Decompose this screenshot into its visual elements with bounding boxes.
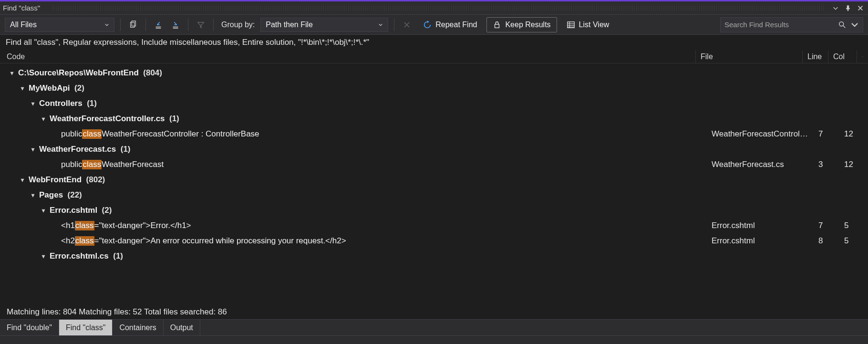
col-cell: 5 — [839, 221, 868, 230]
line-cell: 3 — [814, 160, 839, 169]
match-row[interactable]: <h1 class="text-danger">Error.</h1>Error… — [0, 218, 868, 233]
svg-rect-1 — [132, 21, 135, 26]
column-headers: Code File Line Col — [0, 50, 868, 63]
expand-arrow-icon[interactable] — [19, 85, 26, 92]
results-list[interactable]: C:\Source\Repos\WebFrontEnd (804)MyWebAp… — [0, 63, 868, 306]
status-line: Matching lines: 804 Matching files: 52 T… — [0, 306, 868, 319]
group-label: Controllers — [39, 99, 83, 108]
repeat-find-label: Repeat Find — [435, 21, 477, 29]
svg-rect-2 — [495, 24, 499, 28]
group-row[interactable]: WeatherForecast.cs (1) — [0, 142, 868, 157]
group-count: (1) — [169, 114, 179, 124]
expand-arrow-icon[interactable] — [9, 70, 15, 76]
expand-arrow-icon[interactable] — [30, 192, 36, 198]
tab-find-class[interactable]: Find "class" — [59, 320, 113, 335]
code-post: ="text-danger">An error occurred while p… — [94, 236, 346, 246]
window-menu-icon[interactable] — [831, 3, 840, 13]
prev-result-icon[interactable] — [152, 18, 165, 31]
repeat-find-button[interactable]: Repeat Find — [417, 17, 483, 32]
match-highlight: class — [75, 236, 94, 246]
group-label: Error.cshtml.cs — [50, 251, 109, 261]
svg-point-4 — [839, 21, 844, 26]
tab-containers[interactable]: Containers — [113, 320, 163, 335]
group-by-dropdown[interactable]: Path then File — [260, 18, 388, 32]
column-file[interactable]: File — [695, 50, 802, 63]
group-label: C:\Source\Repos\WebFrontEnd — [18, 68, 139, 78]
group-row[interactable]: Pages (22) — [0, 188, 868, 203]
lock-icon — [493, 21, 501, 29]
group-row[interactable]: MyWebApi (2) — [0, 81, 868, 96]
group-label: Pages — [39, 190, 63, 200]
group-row[interactable]: WeatherForecastController.cs (1) — [0, 111, 868, 126]
group-count: (2) — [74, 83, 84, 93]
match-row[interactable]: public class WeatherForecastWeatherForec… — [0, 157, 868, 172]
scope-dropdown[interactable]: All Files — [5, 18, 114, 32]
titlebar: Find "class" — [0, 1, 868, 15]
chevron-down-icon[interactable] — [850, 21, 859, 29]
list-icon — [567, 21, 575, 29]
footer-gap — [0, 335, 868, 344]
group-row[interactable]: Error.cshtml.cs (1) — [0, 249, 868, 264]
bottom-tabs: Find "double"Find "class"ContainersOutpu… — [0, 319, 868, 335]
expand-arrow-icon[interactable] — [40, 253, 47, 260]
pin-icon[interactable] — [843, 3, 853, 13]
titlebar-title: Find "class" — [3, 4, 44, 12]
expand-arrow-icon[interactable] — [19, 177, 26, 183]
search-summary: Find all "class", Regular expressions, I… — [0, 35, 868, 50]
file-cell: WeatherForecast.cs — [707, 160, 814, 169]
expand-arrow-icon[interactable] — [30, 100, 36, 107]
search-icon[interactable] — [838, 21, 847, 29]
col-cell: 12 — [839, 129, 868, 139]
next-result-icon[interactable] — [169, 18, 182, 31]
match-highlight: class — [82, 160, 102, 169]
clear-filter-icon[interactable] — [194, 18, 207, 31]
code-pre: public — [61, 160, 82, 169]
group-row[interactable]: C:\Source\Repos\WebFrontEnd (804) — [0, 65, 868, 81]
expand-arrow-icon[interactable] — [40, 115, 47, 122]
scope-label: All Files — [10, 21, 37, 29]
keep-results-label: Keep Results — [505, 21, 550, 29]
tab-find-double[interactable]: Find "double" — [0, 320, 59, 335]
group-by-label: Group by: — [219, 21, 257, 29]
expand-arrow-icon[interactable] — [40, 207, 47, 214]
scroll-up-icon[interactable] — [857, 50, 868, 63]
column-code[interactable]: Code — [0, 50, 695, 63]
find-results-toolbar: All Files Group by: Path then File — [0, 15, 868, 35]
chevron-down-icon — [378, 22, 383, 27]
copy-icon[interactable] — [126, 18, 140, 31]
expand-arrow-icon[interactable] — [30, 146, 36, 153]
code-pre: <h1 — [61, 221, 75, 230]
list-view-label: List View — [579, 21, 610, 29]
list-view-button[interactable]: List View — [561, 17, 615, 32]
delete-icon[interactable] — [400, 18, 413, 31]
close-icon[interactable] — [856, 3, 865, 13]
refresh-icon — [423, 21, 432, 29]
file-cell: Error.cshtml — [707, 221, 814, 230]
group-count: (1) — [121, 145, 131, 154]
svg-rect-0 — [131, 22, 134, 27]
group-row[interactable]: Error.cshtml (2) — [0, 203, 868, 218]
code-post: ="text-danger">Error.</h1> — [94, 221, 191, 230]
match-row[interactable]: <h2 class="text-danger">An error occurre… — [0, 233, 868, 249]
search-find-results-box[interactable] — [720, 17, 863, 32]
file-cell: Error.cshtml — [707, 236, 814, 246]
group-count: (1) — [113, 251, 123, 261]
group-row[interactable]: Controllers (1) — [0, 96, 868, 111]
group-label: WebFrontEnd — [29, 175, 82, 185]
column-line[interactable]: Line — [802, 50, 828, 63]
group-label: MyWebApi — [29, 83, 70, 93]
column-col[interactable]: Col — [828, 50, 857, 63]
col-cell: 12 — [839, 160, 868, 169]
group-count: (804) — [143, 68, 162, 78]
match-row[interactable]: public class WeatherForecastController :… — [0, 126, 868, 142]
file-cell: WeatherForecastControlle... — [707, 129, 814, 139]
search-input[interactable] — [724, 21, 834, 29]
line-cell: 8 — [814, 236, 839, 246]
tab-output[interactable]: Output — [164, 320, 200, 335]
group-row[interactable]: WebFrontEnd (802) — [0, 172, 868, 188]
line-cell: 7 — [814, 129, 839, 139]
code-post: WeatherForecastController : ControllerBa… — [102, 129, 259, 139]
keep-results-button[interactable]: Keep Results — [486, 17, 557, 32]
group-by-value: Path then File — [266, 21, 313, 29]
group-label: Error.cshtml — [50, 206, 97, 215]
